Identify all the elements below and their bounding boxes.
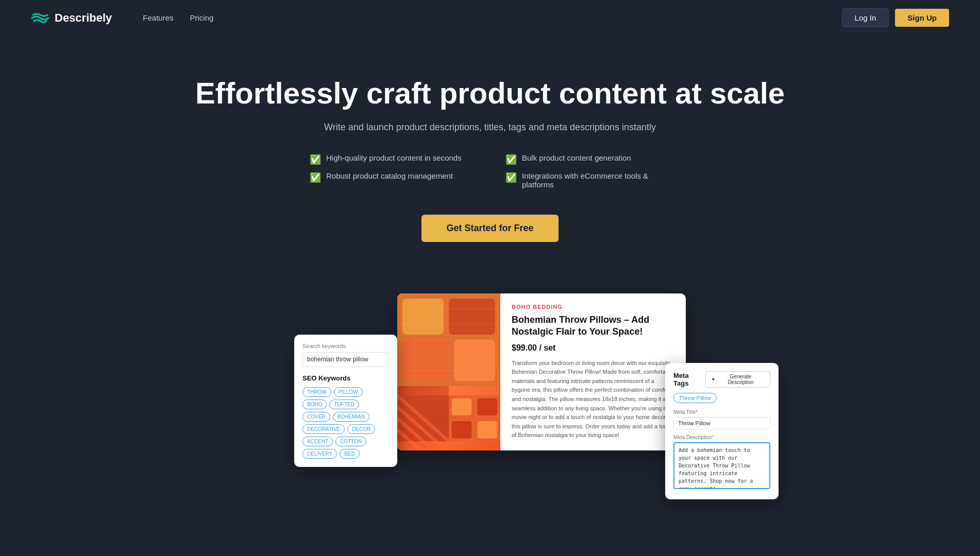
product-images-small-row xyxy=(397,386,500,450)
seo-tag-cover[interactable]: COVER xyxy=(302,412,330,422)
product-image-small-2 xyxy=(449,386,500,450)
product-image-small-1 xyxy=(397,386,449,450)
nav-logo: Describely xyxy=(31,11,112,25)
svg-rect-17 xyxy=(478,398,498,415)
svg-rect-18 xyxy=(452,421,472,438)
check-icon-4: ✅ xyxy=(505,172,517,183)
svg-rect-16 xyxy=(452,398,472,415)
cta-button[interactable]: Get Started for Free xyxy=(421,215,558,242)
feature-item-2: ✅ Bulk product content generation xyxy=(505,153,670,165)
demo-container: Search keywords ▶ SEO Keywords THROW PIL… xyxy=(294,293,686,479)
feature-text-4: Integrations with eCommerce tools & plat… xyxy=(522,171,670,189)
hero-title: Effortlessly craft product content at sc… xyxy=(21,77,959,110)
sparkle-icon: ✦ xyxy=(711,376,715,382)
check-icon-1: ✅ xyxy=(310,154,321,165)
nav-link-pricing[interactable]: Pricing xyxy=(190,13,214,22)
logo-icon xyxy=(31,11,49,25)
svg-rect-3 xyxy=(402,340,449,381)
demo-section: Search keywords ▶ SEO Keywords THROW PIL… xyxy=(0,273,980,510)
generate-description-button[interactable]: ✦ Generate Description xyxy=(705,371,770,388)
seo-search-label: Search keywords xyxy=(302,343,389,349)
svg-rect-19 xyxy=(478,421,498,438)
seo-search-input[interactable] xyxy=(303,353,388,366)
meta-title-input[interactable] xyxy=(673,417,770,429)
logo-text: Describely xyxy=(55,11,112,25)
seo-tag-tufted[interactable]: TUFTED xyxy=(329,399,359,409)
nav-link-features[interactable]: Features xyxy=(143,13,173,22)
seo-section-title: SEO Keywords xyxy=(302,374,389,382)
feature-text-3: Robust product catalog management xyxy=(326,171,453,180)
seo-search-button[interactable]: ▶ xyxy=(388,353,389,367)
seo-tag-bed[interactable]: BED xyxy=(340,449,360,459)
features-grid: ✅ High-quality product content in second… xyxy=(310,153,670,189)
seo-tag-decorative[interactable]: DECORATIVE xyxy=(302,424,345,434)
meta-title-label: Meta Title* xyxy=(673,409,770,415)
seo-keywords-card: Search keywords ▶ SEO Keywords THROW PIL… xyxy=(294,335,397,467)
seo-tag-accent[interactable]: ACCENT xyxy=(302,437,333,446)
navbar: Describely Features Pricing Log In Sign … xyxy=(0,0,980,36)
product-price: $99.00 / set xyxy=(512,343,674,353)
check-icon-2: ✅ xyxy=(505,154,517,165)
gen-btn-label: Generate Description xyxy=(717,374,765,385)
feature-text-1: High-quality product content in seconds xyxy=(326,153,462,162)
meta-desc-label: Meta Description* xyxy=(673,435,770,440)
signup-button[interactable]: Sign Up xyxy=(895,9,949,27)
nav-actions: Log In Sign Up xyxy=(842,8,949,27)
nav-left: Describely Features Pricing xyxy=(31,11,213,25)
feature-item-4: ✅ Integrations with eCommerce tools & pl… xyxy=(505,171,670,189)
seo-tag-decor[interactable]: DECOR xyxy=(347,424,375,434)
svg-rect-2 xyxy=(449,299,495,335)
meta-tags-card: Meta Tags ✦ Generate Description Throw P… xyxy=(665,363,779,499)
seo-tag-cotton[interactable]: COTTON xyxy=(335,437,366,446)
product-description: Transform your bedroom or living room de… xyxy=(512,359,674,440)
meta-description-textarea[interactable]: Add a bohemian touch to your space with … xyxy=(673,442,770,489)
product-image-main xyxy=(397,293,500,386)
login-button[interactable]: Log In xyxy=(842,8,889,27)
hero-section: Effortlessly craft product content at sc… xyxy=(0,36,980,273)
product-images xyxy=(397,293,500,450)
product-card: BOHO BEDDING Bohemian Throw Pillows – Ad… xyxy=(397,293,686,450)
product-brand: BOHO BEDDING xyxy=(512,304,674,310)
product-details: BOHO BEDDING Bohemian Throw Pillows – Ad… xyxy=(500,293,686,450)
product-title: Bohemian Throw Pillows – Add Nostalgic F… xyxy=(512,314,674,338)
seo-tag-boho[interactable]: BOHO xyxy=(302,399,327,409)
seo-tag-throw[interactable]: THROW xyxy=(302,387,331,397)
svg-rect-1 xyxy=(402,299,444,335)
nav-links: Features Pricing xyxy=(143,13,213,22)
feature-text-2: Bulk product content generation xyxy=(522,153,631,162)
check-icon-3: ✅ xyxy=(310,172,321,183)
seo-search-box: ▶ xyxy=(302,352,389,367)
hero-subtitle: Write and launch product descriptions, t… xyxy=(21,122,959,133)
feature-item-3: ✅ Robust product catalog management xyxy=(310,171,475,189)
seo-tag-bohemian[interactable]: BOHEMIAN xyxy=(333,412,369,422)
meta-card-title: Meta Tags xyxy=(673,372,705,387)
seo-tag-pillow[interactable]: PILLOW xyxy=(334,387,363,397)
feature-item-1: ✅ High-quality product content in second… xyxy=(310,153,475,165)
seo-tag-delivery[interactable]: DELIVERY xyxy=(302,449,337,459)
meta-tag-pill[interactable]: Throw Pillow xyxy=(673,393,717,403)
seo-tags-container: THROW PILLOW BOHO TUFTED COVER BOHEMIAN … xyxy=(302,387,389,459)
svg-rect-4 xyxy=(454,340,495,381)
meta-header: Meta Tags ✦ Generate Description xyxy=(673,371,770,388)
